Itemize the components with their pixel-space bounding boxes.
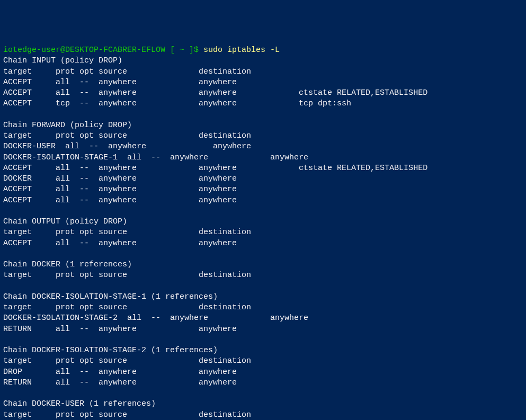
prompt-path: [ ~ ]$ bbox=[165, 46, 203, 55]
iptables-output: Chain INPUT (policy DROP) target prot op… bbox=[3, 56, 523, 420]
prompt-command: sudo iptables -L bbox=[203, 46, 280, 55]
prompt-user-host: iotedge-user@DESKTOP-FCABRER-EFLOW bbox=[3, 46, 165, 55]
prompt-line[interactable]: iotedge-user@DESKTOP-FCABRER-EFLOW [ ~ ]… bbox=[3, 45, 523, 56]
